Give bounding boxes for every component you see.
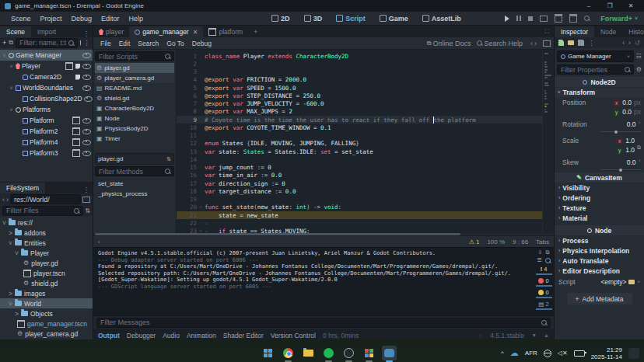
script-item-physicsbody2d[interactable]: ▣PhysicsBody2D: [95, 124, 174, 134]
scale-link-icon[interactable]: ⧉: [637, 144, 641, 151]
scene-node-platform4[interactable]: Platform4: [0, 137, 93, 148]
fs-item-shield-gd[interactable]: ⚙shield.gd: [0, 278, 93, 288]
section-material[interactable]: ›Material: [555, 213, 644, 223]
scene-node-player[interactable]: ˅Player: [0, 61, 93, 71]
script-value[interactable]: <empty>: [600, 278, 626, 286]
pause-button[interactable]: [516, 16, 521, 21]
visibility-eye-icon[interactable]: [82, 53, 91, 58]
filesystem-options-icon[interactable]: ⋮: [80, 186, 93, 193]
expand-arrow-icon[interactable]: ˅: [15, 249, 19, 257]
filter-methods-input[interactable]: Filter Methods: [95, 166, 174, 176]
new-resource-icon[interactable]: [558, 40, 564, 46]
movie-maker-icon[interactable]: [584, 16, 590, 21]
taskbar-app-folder[interactable]: [301, 346, 316, 360]
dock-tab-scene[interactable]: Scene: [0, 26, 31, 37]
scene-node-platform3[interactable]: Platform3: [0, 148, 93, 158]
expand-arrow-icon[interactable]: ˅: [9, 85, 14, 91]
visibility-eye-icon[interactable]: [82, 140, 91, 145]
code-line-10[interactable]: 10@export var COYOTE_TIME_WINDOW = 0.1: [177, 124, 543, 131]
close-button[interactable]: ✕: [622, 1, 639, 11]
close-tab-icon[interactable]: ✕: [193, 29, 198, 36]
current-script-selector[interactable]: player.gd ⇅: [95, 153, 174, 165]
workspace-assetlib[interactable]: AssetLib: [417, 15, 467, 23]
nav-forward-icon[interactable]: ›: [6, 196, 9, 204]
tray-expand-icon[interactable]: ^: [501, 350, 504, 357]
bottom-tab-debugger[interactable]: Debugger: [127, 332, 156, 339]
inspector-back-icon[interactable]: ‹: [622, 39, 625, 47]
fs-item-world[interactable]: ˅World: [0, 298, 93, 308]
code-minimap[interactable]: [542, 50, 554, 233]
editor-menu-file[interactable]: File: [96, 40, 115, 47]
editor-log-badge[interactable]: ▤2: [536, 300, 552, 310]
message-count-badge[interactable]: !4: [536, 265, 552, 275]
taskbar-clock[interactable]: 21:29 2025-11-14: [591, 346, 622, 360]
section-texture[interactable]: ›Texture: [555, 203, 644, 213]
fs-item-entities[interactable]: ˅Entities: [0, 238, 93, 248]
menu-help[interactable]: Help: [124, 15, 149, 23]
script-item-readme-md[interactable]: ▤README.md: [95, 83, 174, 93]
code-line-2[interactable]: 2: [177, 60, 543, 68]
workspace-3d[interactable]: 3D: [299, 15, 328, 23]
code-line-17[interactable]: 17var direction_sign := 0: [177, 179, 543, 187]
code-line-7[interactable]: 7@export var JUMP_VELOCITY = -600.0: [177, 100, 543, 108]
scene-tab-[interactable]: +: [248, 26, 263, 37]
expand-arrow-icon[interactable]: ˅: [9, 300, 12, 308]
add-node-button[interactable]: +: [2, 39, 6, 47]
scene-tab-platform[interactable]: platform: [203, 26, 248, 37]
script-item-characterbody2d[interactable]: ▣CharacterBody2D: [95, 103, 174, 113]
horizontal-scrollbar[interactable]: [93, 233, 554, 235]
filter-messages-input[interactable]: Filter Messages: [96, 318, 551, 328]
code-line-21[interactable]: 21» state = new_state: [177, 211, 543, 219]
expand-arrow-icon[interactable]: ˅: [9, 239, 12, 247]
online-docs-button[interactable]: Online Docs: [432, 40, 471, 47]
filter-properties-input[interactable]: Filter Properties: [557, 64, 634, 75]
scene-options-icon[interactable]: ⋮: [83, 39, 90, 47]
fold-arrow-icon[interactable]: ˅: [197, 204, 205, 210]
inspector-history-icon[interactable]: ↺: [635, 39, 640, 47]
bottom-tab-shader-editor[interactable]: Shader Editor: [223, 332, 264, 339]
sort-files-icon[interactable]: ⇅: [85, 207, 90, 214]
scene-dock-options-icon[interactable]: ⋮: [80, 30, 93, 37]
dock-tab-history[interactable]: History: [622, 26, 644, 37]
keyboard-language[interactable]: AFR: [525, 350, 537, 357]
nav-back-icon[interactable]: ‹: [2, 196, 5, 204]
section-auto-translate[interactable]: ›Auto Translate: [555, 256, 644, 266]
fs-item-game-manager-tscn[interactable]: game_manager.tscn: [0, 318, 93, 329]
play-button[interactable]: [505, 16, 509, 22]
fs-item-images[interactable]: >images: [0, 288, 93, 298]
code-line-3[interactable]: 3: [177, 68, 543, 76]
taskbar-app-start[interactable]: [261, 346, 275, 360]
script-icon[interactable]: [75, 64, 80, 69]
rotation-slider[interactable]: [600, 131, 641, 132]
instanced-scene-icon[interactable]: [72, 138, 80, 146]
visibility-eye-icon[interactable]: [82, 151, 91, 156]
dock-tab-import[interactable]: Import: [31, 26, 62, 37]
visibility-eye-icon[interactable]: [82, 64, 91, 69]
dock-tab-node[interactable]: Node: [594, 26, 622, 37]
instanced-scene-icon[interactable]: [65, 62, 73, 70]
code-line-1[interactable]: 1class_name Player extends CharacterBody…: [177, 52, 543, 60]
cloud-sync-icon[interactable]: ☁: [510, 349, 519, 357]
expand-arrow-icon[interactable]: >: [9, 290, 12, 298]
section-physics-interpolation[interactable]: ›Physics Interpolation: [555, 245, 644, 256]
battery-icon[interactable]: [574, 350, 585, 357]
rotation-field[interactable]: 0.0 °: [627, 120, 641, 128]
muted-volume-icon[interactable]: ◁✕: [558, 350, 568, 357]
visibility-eye-icon[interactable]: [82, 118, 91, 124]
class-header-node[interactable]: Node: [555, 225, 644, 235]
fs-item-addons[interactable]: >addons: [0, 228, 93, 238]
save-output-icon[interactable]: ⇩: [538, 249, 543, 256]
restore-button[interactable]: ❐: [601, 1, 618, 11]
expand-arrow-icon[interactable]: ˅: [2, 53, 7, 58]
edited-node-selector[interactable]: Game Manager ˅: [557, 50, 634, 62]
section-ordering[interactable]: ›Ordering: [555, 193, 644, 203]
visibility-eye-icon[interactable]: [82, 129, 91, 134]
filter-scripts-input[interactable]: Filter Scripts: [95, 51, 174, 61]
path-field[interactable]: res://World/: [10, 194, 81, 204]
remote-debug-icon[interactable]: [540, 16, 548, 22]
code-line-20[interactable]: 20˅func set_state(new_state: int) -> voi…: [177, 204, 543, 211]
history-forward-icon[interactable]: ›: [534, 40, 537, 47]
menu-scene[interactable]: Scene: [6, 15, 36, 23]
pin-panel-icon[interactable]: ▼: [531, 332, 537, 338]
attach-script-icon[interactable]: [80, 40, 81, 46]
